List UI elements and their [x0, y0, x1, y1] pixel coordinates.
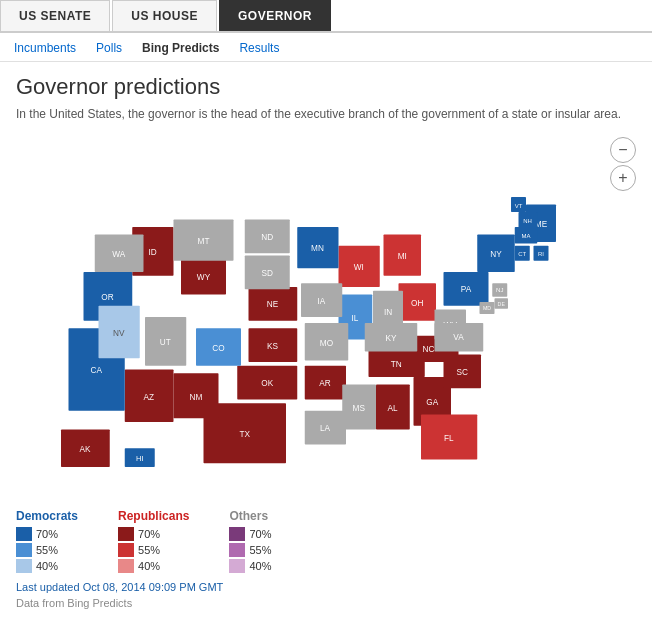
map-legend: Democrats 70% 55% 40% Republicans 70%: [16, 509, 636, 575]
svg-text:NV: NV: [113, 329, 125, 338]
svg-text:IA: IA: [317, 296, 325, 305]
legend-oth-70: 70%: [229, 527, 271, 541]
page-content: Governor predictions In the United State…: [0, 62, 652, 620]
tab-us-house[interactable]: US HOUSE: [112, 0, 217, 31]
svg-text:OH: OH: [411, 299, 423, 308]
svg-text:AL: AL: [387, 404, 398, 413]
legend-rep-40: 40%: [118, 559, 189, 573]
legend-oth-55-label: 55%: [249, 544, 271, 556]
svg-text:NM: NM: [190, 392, 203, 401]
svg-text:MA: MA: [522, 233, 531, 239]
svg-text:FL: FL: [444, 434, 454, 443]
svg-text:WY: WY: [197, 272, 211, 281]
svg-text:LA: LA: [320, 424, 331, 433]
legend-dem-70-label: 70%: [36, 528, 58, 540]
page-description: In the United States, the governor is th…: [16, 106, 636, 123]
legend-oth-55: 55%: [229, 543, 271, 557]
legend-dem-55-box: [16, 543, 32, 557]
svg-text:MI: MI: [398, 251, 407, 260]
svg-text:ND: ND: [261, 233, 273, 242]
svg-text:UT: UT: [160, 338, 171, 347]
legend-dem-40-label: 40%: [36, 560, 58, 572]
legend-oth-55-box: [229, 543, 245, 557]
zoom-in-button[interactable]: +: [610, 165, 636, 191]
legend-rep-70-box: [118, 527, 134, 541]
legend-dem-40: 40%: [16, 559, 78, 573]
svg-text:NY: NY: [490, 250, 502, 259]
svg-text:OR: OR: [101, 293, 113, 302]
svg-text:NE: NE: [267, 300, 279, 309]
legend-dem-55: 55%: [16, 543, 78, 557]
svg-text:OK: OK: [261, 379, 273, 388]
legend-dem-70: 70%: [16, 527, 78, 541]
svg-text:MN: MN: [311, 244, 324, 253]
svg-text:GA: GA: [426, 398, 438, 407]
svg-text:IN: IN: [384, 308, 392, 317]
svg-text:AR: AR: [319, 379, 331, 388]
svg-text:KY: KY: [385, 334, 397, 343]
svg-text:VT: VT: [515, 202, 523, 208]
svg-text:MT: MT: [198, 236, 210, 245]
svg-text:IL: IL: [352, 314, 359, 323]
svg-text:NJ: NJ: [496, 287, 503, 293]
us-map-svg: WY ID NE KS OK TX AR TN AL: [16, 137, 616, 497]
subnav-polls[interactable]: Polls: [86, 39, 132, 57]
legend-dem-55-label: 55%: [36, 544, 58, 556]
legend-democrats: Democrats 70% 55% 40%: [16, 509, 78, 575]
subnav-incumbents[interactable]: Incumbents: [4, 39, 86, 57]
svg-text:MD: MD: [483, 305, 491, 311]
legend-rep-55-label: 55%: [138, 544, 160, 556]
svg-text:AK: AK: [79, 445, 91, 454]
svg-text:CO: CO: [212, 344, 225, 353]
top-nav: US SENATE US HOUSE GOVERNOR: [0, 0, 652, 33]
svg-text:RI: RI: [538, 251, 544, 257]
legend-oth-70-label: 70%: [249, 528, 271, 540]
svg-text:CT: CT: [518, 251, 526, 257]
legend-oth-40-box: [229, 559, 245, 573]
legend-rep-55-box: [118, 543, 134, 557]
legend-republicans: Republicans 70% 55% 40%: [118, 509, 189, 575]
svg-text:DE: DE: [498, 301, 506, 307]
subnav-bing-predicts[interactable]: Bing Predicts: [132, 39, 229, 57]
legend-rep-55: 55%: [118, 543, 189, 557]
legend-republicans-title: Republicans: [118, 509, 189, 523]
legend-dem-40-box: [16, 559, 32, 573]
page-title: Governor predictions: [16, 74, 636, 100]
svg-text:PA: PA: [461, 285, 472, 294]
legend-oth-40-label: 40%: [249, 560, 271, 572]
map-container: − + WY ID NE KS OK TX: [16, 137, 636, 497]
svg-text:MS: MS: [353, 404, 366, 413]
svg-text:NC: NC: [423, 345, 435, 354]
svg-text:SD: SD: [262, 269, 274, 278]
legend-democrats-title: Democrats: [16, 509, 78, 523]
legend-rep-70-label: 70%: [138, 528, 160, 540]
subnav-results[interactable]: Results: [229, 39, 289, 57]
svg-text:KS: KS: [267, 341, 279, 350]
svg-text:TX: TX: [239, 430, 250, 439]
svg-text:WI: WI: [354, 263, 364, 272]
tab-us-senate[interactable]: US SENATE: [0, 0, 110, 31]
last-updated: Last updated Oct 08, 2014 09:09 PM GMT: [16, 581, 636, 593]
svg-text:AZ: AZ: [143, 392, 154, 401]
zoom-out-button[interactable]: −: [610, 137, 636, 163]
svg-text:HI: HI: [136, 454, 144, 463]
svg-text:WA: WA: [112, 250, 125, 259]
svg-text:CA: CA: [91, 366, 103, 375]
svg-text:VA: VA: [453, 333, 464, 342]
svg-text:ID: ID: [148, 248, 156, 257]
map-controls: − +: [610, 137, 636, 193]
legend-rep-40-label: 40%: [138, 560, 160, 572]
legend-others: Others 70% 55% 40%: [229, 509, 271, 575]
legend-others-title: Others: [229, 509, 271, 523]
legend-rep-70: 70%: [118, 527, 189, 541]
legend-oth-70-box: [229, 527, 245, 541]
sub-nav: Incumbents Polls Bing Predicts Results: [0, 33, 652, 62]
data-source: Data from Bing Predicts: [16, 597, 636, 609]
legend-rep-40-box: [118, 559, 134, 573]
svg-text:SC: SC: [457, 368, 469, 377]
legend-dem-70-box: [16, 527, 32, 541]
svg-text:NH: NH: [523, 218, 532, 224]
svg-text:MO: MO: [320, 338, 334, 347]
legend-oth-40: 40%: [229, 559, 271, 573]
tab-governor[interactable]: GOVERNOR: [219, 0, 331, 31]
